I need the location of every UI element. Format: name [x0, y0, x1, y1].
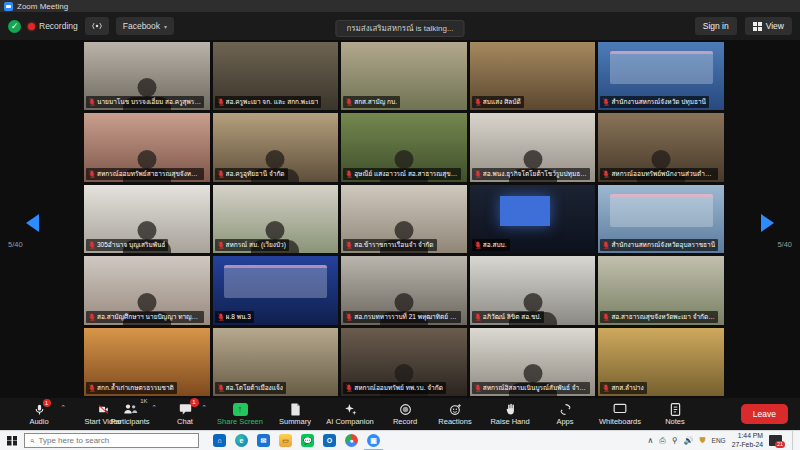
mail-icon[interactable]: ✉: [257, 434, 270, 447]
summary-button[interactable]: Summary: [271, 398, 319, 430]
whiteboards-button[interactable]: Whiteboards: [591, 398, 649, 430]
mic-muted-icon: [89, 384, 95, 392]
raise-hand-button[interactable]: Raise Hand: [481, 398, 539, 430]
microsoft-store-icon[interactable]: ⌂: [213, 434, 226, 447]
livestream-platform-button[interactable]: Facebook ▾: [116, 17, 174, 35]
file-explorer-icon[interactable]: ▭: [279, 434, 292, 447]
participant-nameplate: สอ.ครูอุทัยธานี จำกัด: [215, 168, 288, 180]
notes-button[interactable]: Notes: [651, 398, 699, 430]
participant-tile[interactable]: สำนักงานสหกรณ์จังหวัดอุบลราชธานี: [598, 185, 724, 253]
search-input[interactable]: [38, 436, 178, 445]
audio-options-caret-icon[interactable]: ⌃: [60, 404, 66, 412]
chrome-icon[interactable]: ●: [345, 434, 358, 447]
participant-tile[interactable]: สหกรณ์อิสลามเนินบูรณ์สัมพันธ์ จำกัด: [470, 328, 596, 396]
raise-hand-label: Raise Hand: [490, 417, 529, 426]
participant-nameplate: สหกรณ์ออมทรัพย์ ทพ.รบ. จำกัด: [343, 382, 446, 394]
sign-in-button[interactable]: Sign in: [695, 17, 737, 35]
participant-tile[interactable]: อภิวัฒน์ ลิขิต สอ.ชป.: [470, 256, 596, 324]
outlook-icon[interactable]: O: [323, 434, 336, 447]
previous-page-button[interactable]: [26, 214, 39, 232]
tray-expand-icon[interactable]: ∧: [647, 437, 653, 445]
leave-button[interactable]: Leave: [741, 404, 788, 424]
reactions-button[interactable]: Reactions: [431, 398, 479, 430]
meeting-security-shield-icon[interactable]: ✓: [8, 20, 21, 33]
clock-date: 27-Feb-24: [732, 441, 763, 450]
mic-muted-icon: [218, 98, 224, 106]
view-button[interactable]: View: [745, 17, 792, 35]
show-desktop-button[interactable]: [792, 431, 796, 450]
ai-companion-label: AI Companion: [326, 417, 374, 426]
mic-muted-icon: [603, 313, 609, 321]
participant-tile[interactable]: สำนักงานสหกรณ์จังหวัด ปทุมธานี: [598, 42, 724, 110]
display-tray-icon[interactable]: ⎙: [659, 437, 665, 445]
chat-options-caret-icon[interactable]: ⌃: [201, 404, 207, 412]
meeting-header: ✓ Recording Facebook ▾ กรมส่งเสริมสหกรณ์…: [0, 12, 800, 40]
active-speaker-status: กรมส่งเสริมสหกรณ์ is talking...: [335, 20, 464, 37]
participant-name: สหกรณ์อิสลามเนินบูรณ์สัมพันธ์ จำกัด: [483, 383, 587, 393]
mic-muted-icon: [475, 313, 481, 321]
chat-label: Chat: [177, 417, 193, 426]
participant-tile[interactable]: สอ.กรมทหารราบที่ 21 พหุฒาทิตย์ ศิ...: [341, 256, 467, 324]
participant-tile[interactable]: สกส.ลำปาง: [598, 328, 724, 396]
notification-center-icon[interactable]: 21: [769, 435, 782, 446]
mic-muted-icon: [218, 384, 224, 392]
edge-browser-icon[interactable]: e: [235, 434, 248, 447]
mic-muted-icon: [475, 241, 481, 249]
record-icon: [399, 403, 412, 416]
participant-tile[interactable]: นายมาโนช บรรจงเอี่ยม สอ.ครูสุพรรณบุรี: [84, 42, 210, 110]
participant-tile[interactable]: สหกรณ์ออมทรัพย์ ทพ.รบ. จำกัด: [341, 328, 467, 396]
language-indicator[interactable]: ENG: [712, 437, 726, 444]
chat-button[interactable]: 1 Chat ⌃: [161, 398, 209, 430]
participant-tile[interactable]: สอ.โตโยต้าเมืองแจ้ง: [213, 328, 339, 396]
start-button[interactable]: [0, 431, 24, 450]
apps-button[interactable]: Apps: [541, 398, 589, 430]
participant-tile[interactable]: อุษณีย์ แสงอาวรณ์ สอ.สาธารณสุขบุรี...: [341, 113, 467, 181]
livestream-icon-button[interactable]: [85, 17, 109, 35]
mic-muted-icon: [475, 170, 481, 178]
line-app-icon[interactable]: 💬: [301, 434, 314, 447]
ai-companion-button[interactable]: AI Companion: [321, 398, 379, 430]
participant-tile[interactable]: สหกรณ์ออมทรัพย์สาธารณสุขจังหวัด จำกัด จ.…: [84, 113, 210, 181]
participant-tile[interactable]: สอ.สามัญศึกษาฯ นายปัญญา ทาญอาต...: [84, 256, 210, 324]
participant-tile[interactable]: สอ.พนง.ธุรกิจโตโยต้าโชว์รูมปทุมธานี: [470, 113, 596, 181]
record-button[interactable]: Record: [381, 398, 429, 430]
next-page-button[interactable]: [761, 214, 774, 232]
recording-label: Recording: [39, 21, 78, 31]
taskbar-search[interactable]: ⌕: [24, 433, 199, 448]
livestream-platform-label: Facebook: [123, 21, 160, 31]
participant-tile[interactable]: สอ.ครูอุทัยธานี จำกัด: [213, 113, 339, 181]
participant-tile[interactable]: สหกรณ์ออมทรัพย์พนักงานส่วนตำบลจำกัด: [598, 113, 724, 181]
gallery-view-icon: [753, 22, 762, 31]
participant-tile[interactable]: สหกรณ์ สม. (เวียงบัว): [213, 185, 339, 253]
participant-tile[interactable]: สมแสง ศิลป์ดี: [470, 42, 596, 110]
volume-tray-icon[interactable]: 🔊: [684, 437, 694, 445]
windows-taskbar: ⌕ ⌂ e ✉ ▭ 💬 O ● ▣ ∧ ⎙ ⚲ 🔊 ⛊ ENG 1:44 PM …: [0, 430, 800, 450]
zoom-taskbar-icon[interactable]: ▣: [367, 434, 380, 447]
security-shield-tray-icon[interactable]: ⛊: [700, 437, 706, 445]
participant-tile[interactable]: ผ.8 พน.3: [213, 256, 339, 324]
recording-indicator: Recording: [28, 21, 78, 31]
share-screen-button[interactable]: ↑ Share Screen: [211, 398, 269, 430]
participant-tile[interactable]: สอ.สบบ.: [470, 185, 596, 253]
participants-options-caret-icon[interactable]: ⌃: [151, 404, 157, 412]
taskbar-clock[interactable]: 1:44 PM 27-Feb-24: [732, 432, 763, 450]
clock-time: 1:44 PM: [732, 432, 763, 441]
participant-name: สอ.ครูอุทัยธานี จำกัด: [226, 169, 285, 179]
participants-button[interactable]: 1K Participants ⌃: [101, 398, 159, 430]
participant-nameplate: สำนักงานสหกรณ์จังหวัด ปทุมธานี: [600, 96, 709, 108]
participant-tile[interactable]: 305อำนาจ บุญเสริมพันธ์: [84, 185, 210, 253]
mic-muted-icon: [89, 313, 95, 321]
participant-tile[interactable]: สอ.ข้าราชการเรือนจำ จำกัด: [341, 185, 467, 253]
participant-tile[interactable]: สกส.สามัญ กบ.: [341, 42, 467, 110]
audio-button[interactable]: 1 Audio ⌃: [10, 398, 68, 430]
participant-grid: นายมาโนช บรรจงเอี่ยม สอ.ครูสุพรรณบุรี สอ…: [84, 42, 724, 396]
video-gallery: 5/40 นายมาโนช บรรจงเอี่ยม สอ.ครูสุพรรณบุ…: [0, 40, 800, 398]
participant-nameplate: สอ.สาธารณสุขจังหวัดพะเยา จำกัด นางปริม..: [600, 311, 718, 323]
mic-muted-icon: [475, 98, 481, 106]
participant-tile[interactable]: สอ.ครูพะเยา จก. และ สกก.พะเยา: [213, 42, 339, 110]
network-tray-icon[interactable]: ⚲: [672, 437, 678, 445]
chat-bubble-icon: [179, 403, 192, 415]
participant-tile[interactable]: สอ.สาธารณสุขจังหวัดพะเยา จำกัด นางปริม..: [598, 256, 724, 324]
page-indicator-left: 5/40: [8, 240, 23, 249]
participant-tile[interactable]: สกก.ล้ำเก่าเกษตรธรรมชาติ: [84, 328, 210, 396]
